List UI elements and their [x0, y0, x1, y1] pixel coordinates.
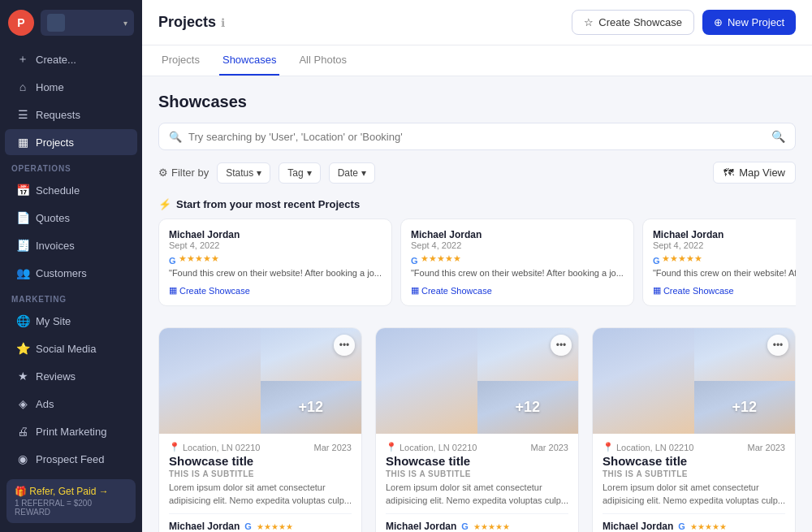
sc-count-overlay: +12 — [694, 381, 796, 434]
sc-count-overlay: +12 — [261, 381, 362, 434]
sc-count-overlay: +12 — [477, 381, 579, 434]
recent-projects-list: Michael Jordan Sept 4, 2022 G ★★★★★ "Fou… — [158, 218, 796, 311]
mysite-icon: 🌐 — [16, 314, 29, 327]
sc-images: +12 ••• — [593, 328, 795, 434]
sc-images: +12 ••• — [159, 328, 361, 434]
google-icon: G — [244, 521, 252, 531]
topbar-actions: ☆ Create Showcase ⊕ New Project — [572, 10, 796, 35]
sidebar-item-customers[interactable]: 👥 Customers — [5, 260, 137, 286]
rc-create-showcase[interactable]: ▦ Create Showcase — [411, 285, 624, 296]
marketing-section-label: MARKETING — [0, 287, 142, 307]
sidebar-item-label: My Site — [36, 315, 71, 327]
showcases-title: Showcases — [158, 93, 796, 111]
search-right-icon: 🔍 — [771, 130, 785, 143]
sc-meta: 📍 Location, LN 02210 Mar 2023 — [603, 442, 785, 452]
sc-reviewer-name: Michael Jordan — [603, 521, 673, 532]
filter-date-label: Date — [338, 167, 358, 179]
sc-review-stars: ★★★★★ — [690, 522, 727, 531]
main-content: Projects ℹ ☆ Create Showcase ⊕ New Proje… — [142, 0, 812, 532]
rc-date: Sept 4, 2022 — [169, 240, 382, 250]
star-icon: ☆ — [584, 16, 594, 28]
sidebar-item-label: Create... — [36, 54, 76, 66]
lightning-icon: ⚡ — [158, 198, 171, 210]
map-view-button[interactable]: 🗺 Map View — [713, 162, 796, 184]
sidebar-item-prospect-feed[interactable]: ◉ Prospect Feed — [5, 446, 137, 472]
refer-sub: 1 REFERRAL = $200 REWARD — [15, 499, 127, 517]
sc-reviewer: Michael Jordan G ★★★★★ "Lorem ipsum dolo… — [386, 513, 568, 532]
sc-main-image — [593, 328, 694, 434]
sc-date: Mar 2023 — [748, 443, 785, 452]
sidebar-item-create[interactable]: ＋ Create... — [5, 46, 137, 72]
recent-card: Michael Jordan Sept 4, 2022 G ★★★★★ "Fou… — [642, 218, 796, 306]
rc-stars: ★★★★★ — [179, 253, 219, 264]
rc-quote: "Found this crew on their website! After… — [411, 267, 624, 279]
tab-projects[interactable]: Projects — [158, 45, 203, 76]
sidebar-item-invoices[interactable]: 🧾 Invoices — [5, 232, 137, 258]
sc-desc: Lorem ipsum dolor sit amet consectetur a… — [169, 482, 352, 507]
showcase-card: +12 ••• 📍 Location, LN 02210 Mar 2023 Sh… — [375, 327, 579, 532]
sc-location: Location, LN 02210 — [400, 443, 477, 452]
invoices-icon: 🧾 — [16, 239, 29, 252]
quotes-icon: 📄 — [16, 211, 29, 224]
sc-images: +12 ••• — [376, 328, 578, 434]
filter-tag-button[interactable]: Tag ▾ — [279, 162, 320, 184]
sc-main-image — [159, 328, 261, 434]
showcase-grid: +12 ••• 📍 Location, LN 02210 Mar 2023 Sh… — [158, 327, 796, 532]
sc-review-stars: ★★★★★ — [473, 522, 510, 531]
rc-name: Michael Jordan — [169, 229, 382, 240]
sidebar-item-label: Invoices — [36, 240, 75, 252]
rc-create-showcase[interactable]: ▦ Create Showcase — [169, 285, 382, 296]
sc-location: Location, LN 02210 — [183, 443, 260, 452]
sidebar-item-projects[interactable]: ▦ Projects — [5, 129, 137, 155]
sc-reviewer-info: Michael Jordan G ★★★★★ "Lorem ipsum dolo… — [603, 521, 785, 532]
rc-quote: "Found this crew on their website! After… — [169, 267, 382, 279]
refer-box[interactable]: 🎁 Refer, Get Paid → 1 REFERRAL = $200 RE… — [6, 479, 136, 523]
sc-subtitle: THIS IS A SUBTITLE — [603, 469, 785, 478]
create-showcase-label: Create Showcase — [598, 16, 682, 28]
reviews-icon: ★ — [16, 370, 29, 383]
sc-subtitle: THIS IS A SUBTITLE — [169, 469, 352, 478]
rc-create-showcase[interactable]: ▦ Create Showcase — [653, 285, 796, 296]
sidebar-item-print[interactable]: 🖨 Print Marketing — [5, 418, 137, 444]
sc-desc: Lorem ipsum dolor sit amet consectetur a… — [386, 482, 568, 507]
home-icon: ⌂ — [16, 80, 29, 93]
rc-stars: ★★★★★ — [421, 253, 461, 264]
sidebar-item-label: Quotes — [36, 212, 70, 224]
sc-count: +12 — [298, 399, 323, 416]
showcase-card: +12 ••• 📍 Location, LN 02210 Mar 2023 Sh… — [158, 327, 362, 532]
filter-by-label: ⚙ Filter by — [158, 167, 209, 179]
map-icon: 🗺 — [723, 167, 734, 179]
tab-all-photos[interactable]: All Photos — [296, 45, 350, 76]
sc-desc: Lorem ipsum dolor sit amet consectetur a… — [603, 482, 785, 507]
plus-circle-icon: ⊕ — [714, 16, 723, 28]
filter-status-button[interactable]: Status ▾ — [217, 162, 270, 184]
schedule-icon: 📅 — [16, 184, 29, 197]
customers-icon: 👥 — [16, 266, 29, 279]
company-switcher[interactable]: ▾ — [41, 10, 134, 36]
topbar: Projects ℹ ☆ Create Showcase ⊕ New Proje… — [142, 0, 812, 45]
prospect-icon: ◉ — [16, 452, 29, 465]
sidebar-item-home[interactable]: ⌂ Home — [5, 74, 137, 100]
rc-date: Sept 4, 2022 — [653, 240, 796, 250]
showcase-icon: ▦ — [411, 285, 419, 296]
create-showcase-button[interactable]: ☆ Create Showcase — [572, 10, 694, 35]
filter-date-button[interactable]: Date ▾ — [329, 162, 375, 184]
sc-main-image — [376, 328, 477, 434]
sc-reviewer: Michael Jordan G ★★★★★ "Lorem ipsum dolo… — [169, 513, 352, 532]
sidebar-item-quotes[interactable]: 📄 Quotes — [5, 205, 137, 231]
sc-location: Location, LN 02210 — [616, 443, 693, 452]
sc-date: Mar 2023 — [314, 443, 352, 452]
new-project-button[interactable]: ⊕ New Project — [702, 10, 796, 35]
pin-icon: 📍 — [169, 442, 180, 452]
sidebar-item-label: Requests — [36, 109, 80, 121]
sidebar-item-mysite[interactable]: 🌐 My Site — [5, 308, 137, 334]
rc-name: Michael Jordan — [653, 229, 796, 240]
sidebar-item-reviews[interactable]: ★ Reviews — [5, 363, 137, 389]
sidebar-item-social[interactable]: ⭐ Social Media — [5, 335, 137, 361]
recent-header-label: Start from your most recent Projects — [176, 198, 360, 210]
sidebar-item-ads[interactable]: ◈ Ads — [5, 391, 137, 417]
search-input[interactable] — [188, 131, 765, 143]
sidebar-item-schedule[interactable]: 📅 Schedule — [5, 177, 137, 203]
sidebar-item-requests[interactable]: ☰ Requests — [5, 102, 137, 128]
tab-showcases[interactable]: Showcases — [219, 45, 279, 76]
